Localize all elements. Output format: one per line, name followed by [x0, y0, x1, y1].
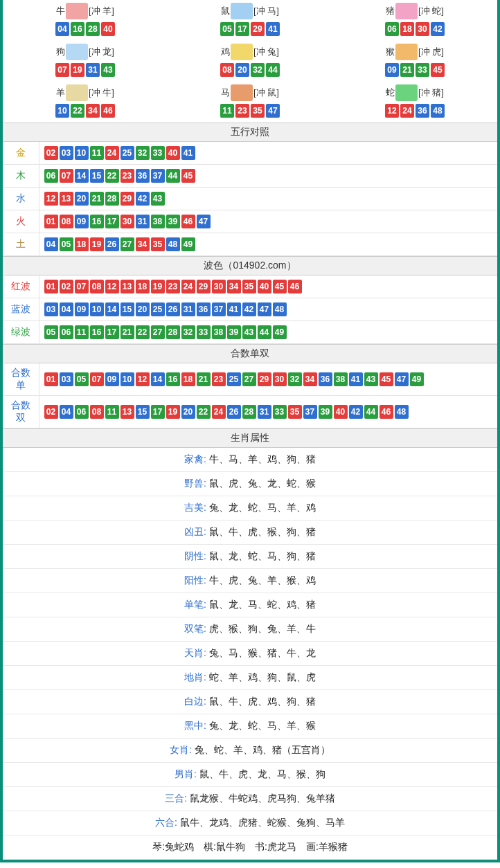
number-ball: 47	[266, 104, 280, 118]
attr-row: 阳性:牛、虎、兔、羊、猴、鸡	[3, 569, 497, 593]
attr-val: 鼠、牛、虎、鸡、狗、猪	[209, 696, 316, 707]
number-ball: 07	[60, 169, 73, 183]
number-ball: 31	[181, 302, 195, 316]
number-ball: 17	[105, 325, 119, 339]
attr-key: 野兽:	[184, 478, 206, 489]
attr-key: 凶丑:	[184, 526, 206, 537]
zodiac-head: 马 [冲 鼠]	[221, 84, 279, 101]
attr-row: 黑中:兔、龙、蛇、马、羊、猴	[3, 714, 497, 739]
number-ball: 09	[105, 372, 119, 386]
table-row: 木 06071415222336374445	[3, 165, 497, 188]
number-ball: 32	[288, 372, 302, 386]
number-ball: 32	[181, 325, 195, 339]
number-ball: 35	[151, 237, 165, 251]
attr-key: 三合:	[165, 793, 187, 804]
attr-row: 野兽:鼠、虎、兔、龙、蛇、猴	[3, 472, 497, 496]
number-ball: 09	[75, 302, 89, 316]
number-ball: 10	[120, 372, 134, 386]
number-ball: 21	[90, 192, 104, 206]
number-ball: 34	[86, 104, 100, 118]
number-ball: 48	[395, 405, 409, 419]
number-ball: 20	[235, 63, 249, 77]
row-key: 红波	[3, 275, 39, 298]
zodiac-head: 蛇 [冲 猪]	[386, 84, 444, 101]
table-row: 蓝波 03040910141520252631363741424748	[3, 298, 497, 321]
zodiac-name: 狗	[56, 46, 65, 58]
number-ball: 43	[364, 372, 378, 386]
zodiac-head: 牛 [冲 羊]	[56, 3, 114, 19]
number-ball: 26	[166, 302, 180, 316]
zodiac-balls: 05172941	[168, 21, 332, 37]
number-ball: 44	[258, 325, 271, 339]
number-ball: 18	[136, 280, 150, 293]
attr-row: 男肖:鼠、牛、虎、龙、马、猴、狗	[3, 763, 497, 787]
number-ball: 15	[136, 405, 150, 419]
number-ball: 05	[220, 22, 234, 36]
number-ball: 06	[60, 325, 73, 339]
row-key: 绿波	[3, 321, 39, 344]
zodiac-icon	[231, 84, 253, 101]
number-ball: 46	[288, 280, 302, 293]
number-ball: 28	[105, 192, 119, 206]
number-ball: 28	[86, 22, 100, 36]
number-ball: 19	[71, 63, 84, 77]
number-ball: 33	[416, 63, 429, 77]
attr-val: 鼠、牛、虎、龙、马、猴、狗	[199, 768, 325, 779]
zodiac-clash: [冲 蛇]	[418, 5, 444, 17]
zodiac-head: 狗 [冲 龙]	[56, 44, 114, 60]
number-ball: 40	[101, 22, 115, 36]
number-ball: 01	[44, 215, 58, 228]
section-header-bose: 波色（014902.com）	[3, 256, 497, 275]
number-ball: 20	[136, 302, 150, 316]
zodiac-balls: 06183042	[332, 21, 497, 37]
number-ball: 07	[75, 280, 89, 293]
number-ball: 21	[400, 63, 414, 77]
zodiac-head: 猪 [冲 蛇]	[386, 3, 444, 19]
number-ball: 23	[212, 372, 226, 386]
number-ball: 08	[60, 215, 73, 228]
attr-val: 鼠龙猴、牛蛇鸡、虎马狗、兔羊猪	[190, 793, 335, 804]
attr-key: 阴性:	[184, 550, 206, 561]
attr-key: 地肖:	[184, 671, 206, 682]
number-ball: 40	[258, 280, 271, 293]
row-balls: 05061116172122272832333839434449	[39, 321, 497, 344]
row-balls: 03040910141520252631363741424748	[39, 298, 497, 321]
number-ball: 37	[212, 302, 226, 316]
number-ball: 44	[166, 169, 180, 183]
number-ball: 38	[151, 215, 165, 228]
table-row: 合数单 010305070910121416182123252729303234…	[3, 363, 497, 396]
zodiac-balls: 10223446	[3, 103, 168, 118]
number-ball: 06	[385, 22, 399, 36]
number-ball: 27	[120, 237, 134, 251]
number-ball: 43	[101, 63, 115, 77]
zodiac-clash: [冲 羊]	[89, 5, 114, 17]
number-ball: 03	[60, 146, 73, 160]
number-ball: 29	[251, 22, 265, 36]
attr-val: 鼠、龙、蛇、马、狗、猪	[209, 550, 316, 561]
number-ball: 17	[151, 405, 165, 419]
page-frame: 牛 [冲 羊] 04162840 鼠 [冲 马] 05172941 猪 [冲 蛇…	[0, 0, 500, 862]
zodiac-name: 猴	[386, 46, 395, 58]
number-ball: 38	[212, 325, 226, 339]
number-ball: 46	[181, 215, 195, 228]
number-ball: 36	[136, 169, 150, 183]
number-ball: 36	[319, 372, 332, 386]
zodiac-grid: 牛 [冲 羊] 04162840 鼠 [冲 马] 05172941 猪 [冲 蛇…	[3, 0, 497, 123]
number-ball: 43	[151, 192, 165, 206]
table-row: 绿波 05061116172122272832333839434449	[3, 321, 497, 344]
attr-key: 双笔:	[184, 623, 206, 634]
number-ball: 43	[242, 325, 256, 339]
number-ball: 42	[136, 192, 150, 206]
number-ball: 11	[105, 405, 119, 419]
number-ball: 30	[273, 372, 287, 386]
zodiac-cell: 牛 [冲 羊] 04162840	[3, 0, 168, 41]
zodiac-name: 羊	[56, 87, 65, 99]
number-ball: 25	[151, 302, 165, 316]
number-ball: 08	[220, 63, 234, 77]
number-ball: 34	[227, 280, 241, 293]
number-ball: 44	[364, 405, 378, 419]
zodiac-icon	[395, 44, 418, 60]
zodiac-head: 猴 [冲 虎]	[386, 44, 444, 60]
number-ball: 37	[303, 405, 317, 419]
number-ball: 13	[120, 280, 134, 293]
